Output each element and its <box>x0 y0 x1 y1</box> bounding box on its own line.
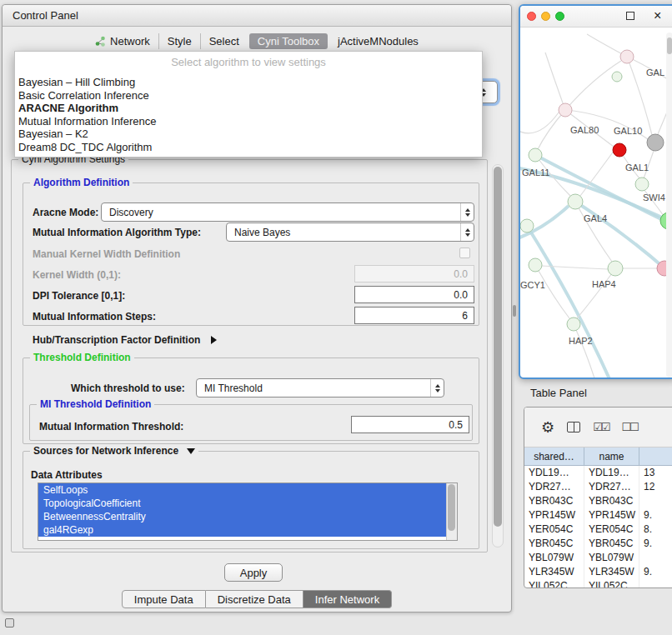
table-cell: 12 <box>639 480 672 494</box>
table-cell: 8. <box>639 522 672 537</box>
network-edge <box>527 226 610 379</box>
attribute-list-item[interactable]: BetweennessCentrality <box>38 510 446 523</box>
algorithm-option[interactable]: ARACNE Algorithm <box>15 102 482 115</box>
network-graph[interactable]: GALGAL80GAL10GAL11GAL1SWI4GAL4HAP4YGCY1H… <box>520 28 672 379</box>
apply-button-label: Apply <box>240 567 268 579</box>
table-cell <box>639 551 672 565</box>
sources-expander[interactable]: Sources for Network Inference <box>30 445 198 457</box>
tab-jactivemnodules[interactable]: jActiveMNodules <box>329 33 427 49</box>
tab-impute-data-label: Impute Data <box>134 593 193 606</box>
table-cell: YBL079W <box>584 551 639 565</box>
kernel-width-label: Kernel Width (0,1): <box>33 268 121 282</box>
network-node[interactable] <box>529 148 542 162</box>
network-node[interactable] <box>567 318 580 331</box>
network-scrollbar[interactable] <box>666 32 672 378</box>
table-row[interactable]: YDL19…YDL19…13 <box>524 466 672 480</box>
deselect-all-checkboxes-icon[interactable]: ☐☐ <box>621 421 637 433</box>
table-row[interactable]: YBR045CYBR045C9. <box>524 537 672 551</box>
table-cell: YER054C <box>584 522 639 537</box>
tab-select[interactable]: Select <box>200 33 248 49</box>
tab-style[interactable]: Style <box>158 33 200 49</box>
table-cell: YIL052C <box>584 579 639 588</box>
scrollbar-thumb[interactable] <box>448 484 455 531</box>
network-canvas[interactable]: GALGAL80GAL10GAL11GAL1SWI4GAL4HAP4YGCY1H… <box>520 28 672 379</box>
tab-network[interactable]: Network <box>87 33 158 49</box>
restore-panel-icon[interactable] <box>5 618 14 628</box>
network-node[interactable] <box>559 103 572 117</box>
apply-button[interactable]: Apply <box>224 563 283 582</box>
attributes-scrollbar[interactable] <box>446 483 457 540</box>
mi-threshold-field[interactable]: 0.5 <box>351 416 469 433</box>
splitter-handle[interactable] <box>513 305 516 317</box>
scrollbar-thumb[interactable] <box>494 167 502 527</box>
network-node[interactable] <box>620 50 634 63</box>
close-traffic-light[interactable] <box>527 12 536 21</box>
algorithm-option[interactable]: Basic Correlation Inference <box>15 89 482 102</box>
network-node[interactable] <box>568 194 583 209</box>
mi-steps-field[interactable]: 6 <box>354 307 474 324</box>
tab-discretize-data[interactable]: Discretize Data <box>206 590 303 608</box>
control-panel-tabs: Network Style Select Cyni Toolbox jActiv… <box>3 31 511 51</box>
table-cell: YBR043C <box>524 494 584 508</box>
which-threshold-combobox[interactable]: MI Threshold <box>196 378 444 398</box>
tab-jactivemnodules-label: jActiveMNodules <box>338 35 419 48</box>
attribute-list-item[interactable]: gal4RGexp <box>38 523 446 537</box>
table-cell: YBL079W <box>524 551 584 565</box>
tab-impute-data[interactable]: Impute Data <box>122 590 206 608</box>
table-cell: YDR27… <box>524 480 584 494</box>
data-attributes-label: Data Attributes <box>31 468 103 482</box>
control-panel-titlebar[interactable]: Control Panel <box>3 5 511 27</box>
close-panel-icon[interactable]: × <box>654 8 661 24</box>
table-cell: YBR043C <box>584 494 639 508</box>
float-panel-icon[interactable] <box>626 12 634 20</box>
dpi-tolerance-value: 0.0 <box>454 289 468 301</box>
algorithm-option[interactable]: Bayesian – Hill Climbing <box>15 76 482 89</box>
manual-kernel-checkbox[interactable] <box>459 248 470 258</box>
network-node[interactable] <box>520 219 534 232</box>
table-row[interactable]: YBL079WYBL079W <box>524 551 672 565</box>
attribute-list-item[interactable]: SelfLoops <box>38 483 446 497</box>
table-row[interactable]: YPR145WYPR145W9. <box>524 508 672 522</box>
aracne-mode-combobox[interactable]: Discovery <box>101 202 474 222</box>
algorithm-option[interactable]: Mutual Information Inference <box>15 115 482 128</box>
dpi-tolerance-field[interactable]: 0.0 <box>354 286 474 303</box>
table-row[interactable]: YIL052CYIL052C <box>524 579 672 588</box>
table-row[interactable]: YDR27…YDR27…12 <box>524 480 672 494</box>
scrollbar-thumb[interactable] <box>667 38 672 54</box>
gear-icon[interactable]: ⚙ <box>541 418 554 437</box>
kernel-width-field[interactable]: 0.0 <box>354 265 474 282</box>
network-window-titlebar[interactable]: × <box>520 6 672 28</box>
algorithm-option[interactable]: Bayesian – K2 <box>15 128 482 141</box>
network-node[interactable] <box>612 72 622 82</box>
node-label: HAP4 <box>592 279 616 289</box>
network-node[interactable] <box>635 178 649 191</box>
columns-icon[interactable] <box>567 422 580 432</box>
table-row[interactable]: YLR345WYLR345W9. <box>524 565 672 579</box>
table-body: YDL19…YDL19…13YDR27…YDR27…12YBR043CYBR04… <box>524 466 672 588</box>
table-cell: YDL19… <box>584 466 639 480</box>
table-row[interactable]: YBR043CYBR043C <box>524 494 672 508</box>
column-header-shared-name[interactable]: shared… <box>524 448 584 465</box>
zoom-traffic-light[interactable] <box>555 12 564 21</box>
table-row[interactable]: YER054CYER054C8. <box>524 522 672 537</box>
mi-type-value: Naive Bayes <box>227 227 460 238</box>
network-node[interactable] <box>647 134 664 151</box>
mi-type-combobox[interactable]: Naive Bayes <box>226 222 474 242</box>
table-cell: YBR045C <box>584 537 639 551</box>
settings-scrollbar[interactable] <box>492 164 504 548</box>
node-label: HAP2 <box>569 336 593 346</box>
hub-expander[interactable]: Hub/Transcription Factor Definition <box>33 333 217 347</box>
chevron-updown-icon <box>460 203 474 221</box>
tab-infer-network[interactable]: Infer Network <box>303 590 392 608</box>
tab-infer-network-label: Infer Network <box>315 593 379 606</box>
attribute-list-item[interactable]: TopologicalCoefficient <box>38 497 446 510</box>
network-node[interactable] <box>613 143 626 157</box>
column-header-name[interactable]: name <box>584 448 639 465</box>
select-all-checkboxes-icon[interactable]: ☑☑ <box>593 421 609 433</box>
tab-cyni-toolbox[interactable]: Cyni Toolbox <box>249 33 328 49</box>
algorithm-option[interactable]: Dream8 DC_TDC Algorithm <box>15 141 482 154</box>
column-header-extra[interactable] <box>639 448 672 465</box>
network-node[interactable] <box>529 258 542 272</box>
minimize-traffic-light[interactable] <box>541 12 550 21</box>
network-node[interactable] <box>608 261 623 276</box>
